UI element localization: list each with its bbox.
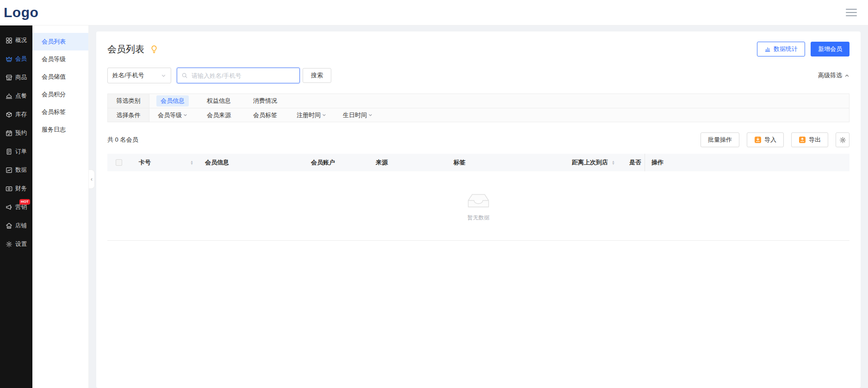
submenu-item-member-stored-value[interactable]: 会员储值 xyxy=(32,68,88,86)
filter-category-row: 筛选类别 会员信息 权益信息 消费情况 xyxy=(108,94,849,108)
sidebar-item-orders[interactable]: 订单 xyxy=(0,142,32,161)
submenu-item-member-points[interactable]: 会员积分 xyxy=(32,86,88,103)
filter-condition-member-source[interactable]: 会员来源 xyxy=(196,108,242,122)
filter-panel: 筛选类别 会员信息 权益信息 消费情况 选择条件 会员等级 会员来源 xyxy=(107,94,849,122)
sidebar-item-reservation[interactable]: 预约 xyxy=(0,124,32,142)
import-button-label: 导入 xyxy=(764,136,776,144)
submenu-item-member-level[interactable]: 会员等级 xyxy=(32,50,88,68)
filter-tab-consumption[interactable]: 消费情况 xyxy=(242,94,288,108)
submenu-item-member-tags[interactable]: 会员标签 xyxy=(32,103,88,121)
export-button[interactable]: 导出 xyxy=(791,132,828,147)
export-button-label: 导出 xyxy=(809,136,821,144)
store-icon xyxy=(6,222,12,229)
sidebar-item-inventory[interactable]: 库存 xyxy=(0,105,32,124)
gear-icon xyxy=(839,137,846,144)
sidebar-item-label: 点餐 xyxy=(15,92,27,100)
filter-condition-register-time-label: 注册时间 xyxy=(297,111,321,119)
search-row: 姓名/手机号 搜索 高级筛选 xyxy=(107,68,849,83)
sidebar-item-label: 数据 xyxy=(15,166,27,174)
sidebar-item-label: 财务 xyxy=(15,185,27,193)
page-title: 会员列表 xyxy=(107,43,144,56)
inventory-icon xyxy=(6,111,12,118)
add-member-button-label: 新增会员 xyxy=(818,45,842,53)
search-input-wrap xyxy=(177,68,300,83)
main-content: 会员列表 数据统计 新增会员 姓名/手机号 xyxy=(89,25,868,388)
search-icon xyxy=(181,72,188,79)
chevron-up-icon xyxy=(844,73,849,78)
title-row: 会员列表 数据统计 新增会员 xyxy=(107,42,849,56)
sidebar-item-store[interactable]: 店铺 xyxy=(0,216,32,235)
sidebar-item-marketing[interactable]: 营销 HOT xyxy=(0,198,32,216)
filter-tab-member-info-label: 会员信息 xyxy=(156,95,189,106)
select-all-checkbox[interactable] xyxy=(116,159,122,166)
sidebar-item-finance[interactable]: 财务 xyxy=(0,179,32,198)
chevron-down-icon xyxy=(183,113,187,117)
search-input[interactable] xyxy=(191,72,295,80)
filter-condition-member-tag[interactable]: 会员标签 xyxy=(242,108,288,122)
sidebar-item-ordering[interactable]: 点餐 xyxy=(0,87,32,105)
filter-tab-member-info[interactable]: 会员信息 xyxy=(149,94,196,108)
column-last-visit: 距离上次到店 ▲▼ xyxy=(565,154,622,171)
submenu-item-member-list[interactable]: 会员列表 xyxy=(32,33,88,50)
sidebar-item-overview[interactable]: 概况 xyxy=(0,31,32,50)
advanced-filter-toggle[interactable]: 高级筛选 xyxy=(818,71,849,80)
submenu-item-service-log[interactable]: 服务日志 xyxy=(32,121,88,138)
column-member-info: 会员信息 xyxy=(198,154,304,171)
search-button-label: 搜索 xyxy=(311,71,323,80)
hamburger-icon[interactable] xyxy=(844,7,859,18)
empty-state-text: 暂无数据 xyxy=(467,214,490,222)
chevron-down-icon xyxy=(161,73,166,78)
batch-actions-button[interactable]: 批量操作 xyxy=(701,132,739,147)
sidebar-item-label: 订单 xyxy=(15,148,27,156)
sidebar-item-label: 库存 xyxy=(15,111,27,119)
sort-icon[interactable]: ▲▼ xyxy=(612,160,615,165)
search-field-value: 姓名/手机号 xyxy=(112,71,144,80)
sidebar-item-label: 会员 xyxy=(15,55,27,63)
sidebar-item-settings[interactable]: 设置 xyxy=(0,235,32,253)
column-settings-button[interactable] xyxy=(836,132,849,147)
search-button[interactable]: 搜索 xyxy=(303,68,331,83)
settings-icon xyxy=(6,241,12,248)
sidebar-item-label: 概况 xyxy=(15,37,27,44)
sidebar-item-members[interactable]: 会员 xyxy=(0,50,32,68)
column-member-account-label: 会员账户 xyxy=(311,158,335,167)
filter-condition-member-level[interactable]: 会员等级 xyxy=(149,108,196,122)
app-logo: Logo xyxy=(4,5,38,20)
meal-icon xyxy=(6,93,12,100)
import-button[interactable]: 导入 xyxy=(747,132,784,147)
stats-button[interactable]: 数据统计 xyxy=(757,42,805,56)
filter-tab-rights-info[interactable]: 权益信息 xyxy=(196,94,242,108)
filter-tab-rights-info-label: 权益信息 xyxy=(207,97,231,105)
secondary-sidebar: 会员列表 会员等级 会员储值 会员积分 会员标签 服务日志 xyxy=(32,25,89,388)
grid-icon xyxy=(6,37,12,44)
filter-condition-birthday-time[interactable]: 生日时间 xyxy=(335,108,381,122)
app-header: Logo xyxy=(0,0,868,25)
filter-condition-register-time[interactable]: 注册时间 xyxy=(288,108,335,122)
calendar-icon xyxy=(6,130,12,137)
column-truncated: 是否 xyxy=(622,154,645,171)
add-member-button[interactable]: 新增会员 xyxy=(811,42,849,56)
sidebar-collapse-handle[interactable]: ‹ xyxy=(89,169,95,189)
filter-condition-member-source-label: 会员来源 xyxy=(207,111,231,119)
filter-condition-row: 选择条件 会员等级 会员来源 会员标签 注册时间 生日时间 xyxy=(108,108,849,122)
column-source-label: 来源 xyxy=(376,158,388,167)
finance-icon xyxy=(6,185,12,192)
empty-state: 暂无数据 xyxy=(107,171,849,241)
search-field-select[interactable]: 姓名/手机号 xyxy=(107,68,171,83)
hot-badge: HOT xyxy=(19,199,30,205)
title-actions: 数据统计 新增会员 xyxy=(757,42,849,56)
sidebar-item-label: 预约 xyxy=(15,129,27,137)
column-card-number: 卡号 ▲▼ xyxy=(130,154,198,171)
lightbulb-icon[interactable] xyxy=(150,45,158,53)
chevron-down-icon xyxy=(322,113,326,117)
sort-icon[interactable]: ▲▼ xyxy=(190,160,193,165)
sidebar-item-products[interactable]: 商品 xyxy=(0,68,32,87)
sidebar-item-data[interactable]: 数据 xyxy=(0,161,32,179)
filter-condition-member-tag-label: 会员标签 xyxy=(253,111,277,119)
filter-condition-birthday-time-label: 生日时间 xyxy=(343,111,367,119)
bar-chart-icon xyxy=(764,46,771,52)
chevron-down-icon xyxy=(368,113,372,117)
table-header-row: 卡号 ▲▼ 会员信息 会员账户 来源 标签 距离上次到店 ▲▼ 是否 xyxy=(107,154,849,171)
chart-icon xyxy=(6,167,12,174)
column-tags-label: 标签 xyxy=(453,158,465,167)
